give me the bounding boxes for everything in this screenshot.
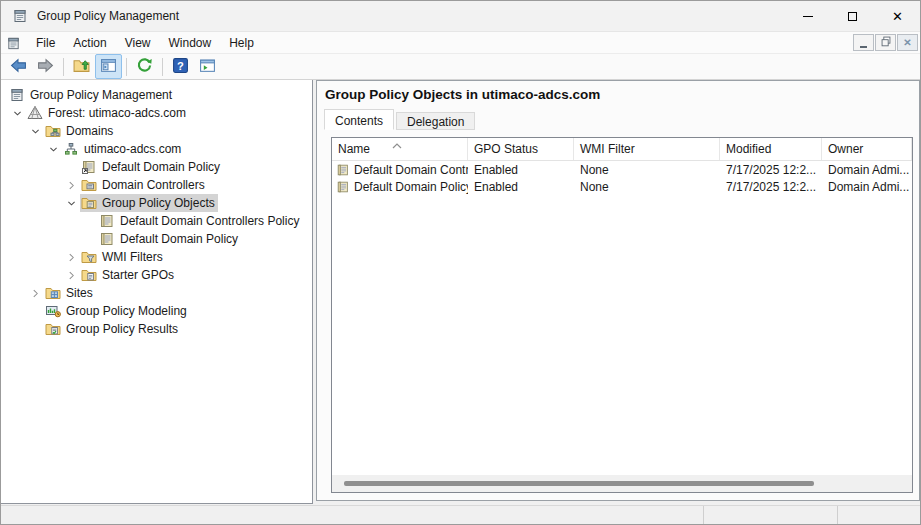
column-header-owner[interactable]: Owner bbox=[822, 138, 912, 160]
cell-gpo-status: Enabled bbox=[468, 180, 574, 194]
toolbar-separator bbox=[126, 58, 127, 76]
tree-item-forest[interactable]: Forest: utimaco-adcs.com bbox=[1, 104, 312, 122]
tree-item-label: Sites bbox=[66, 286, 93, 300]
wmi-folder-icon bbox=[81, 249, 97, 265]
tree-item-domains[interactable]: Domains bbox=[1, 122, 312, 140]
show-console-tree-button[interactable] bbox=[95, 54, 122, 79]
tree-item-group-policy-objects[interactable]: Group Policy Objects bbox=[1, 194, 312, 212]
forward-icon bbox=[37, 57, 54, 77]
tree-item-label: WMI Filters bbox=[102, 250, 163, 264]
column-header-wmi-filter[interactable]: WMI Filter bbox=[574, 138, 720, 160]
cell-wmi-filter: None bbox=[574, 163, 720, 177]
console-tree: Group Policy Management Forest: utimaco-… bbox=[1, 80, 313, 504]
new-window-button[interactable] bbox=[194, 54, 221, 79]
tree-item-starter-gpos[interactable]: Starter GPOs bbox=[1, 266, 312, 284]
chevron-down-icon[interactable] bbox=[45, 141, 62, 157]
tree-item-label: Domain Controllers bbox=[102, 178, 205, 192]
cell-modified: 7/17/2025 12:2... bbox=[720, 180, 822, 194]
gpo-icon bbox=[99, 231, 115, 247]
chevron-right-icon[interactable] bbox=[63, 267, 80, 283]
tree-item-sites[interactable]: Sites bbox=[1, 284, 312, 302]
titlebar: Group Policy Management ✕ bbox=[1, 1, 920, 31]
maximize-icon bbox=[848, 12, 857, 21]
table-row[interactable]: Default Domain Policy Enabled None 7/17/… bbox=[332, 178, 912, 195]
horizontal-scrollbar[interactable] bbox=[332, 475, 912, 492]
gpmc-window: Group Policy Management ✕ File Action Vi… bbox=[0, 0, 921, 525]
menu-action[interactable]: Action bbox=[64, 33, 115, 53]
mdi-restore-icon bbox=[879, 34, 893, 51]
mdi-minimize-icon bbox=[860, 46, 867, 48]
tree-item-domain-controllers[interactable]: Domain Controllers bbox=[1, 176, 312, 194]
tree-item-label: Default Domain Policy bbox=[120, 232, 238, 246]
tree-item-wmi-filters[interactable]: WMI Filters bbox=[1, 248, 312, 266]
table-row[interactable]: Default Domain Controller... Enabled Non… bbox=[332, 161, 912, 178]
scrollbar-thumb[interactable] bbox=[344, 481, 814, 486]
refresh-button[interactable] bbox=[131, 54, 158, 79]
tree-item-default-domain-controllers-policy[interactable]: Default Domain Controllers Policy bbox=[1, 212, 312, 230]
show-console-tree-icon bbox=[100, 57, 117, 77]
tab-contents[interactable]: Contents bbox=[324, 109, 394, 130]
tree-item-domain-utimaco[interactable]: utimaco-adcs.com bbox=[1, 140, 312, 158]
domain-icon bbox=[63, 141, 79, 157]
table-header: Name GPO Status WMI Filter Modified Owne… bbox=[332, 138, 912, 161]
tree-item-group-policy-management[interactable]: Group Policy Management bbox=[1, 86, 312, 104]
gpo-link-icon bbox=[81, 159, 97, 175]
tree-item-label: Forest: utimaco-adcs.com bbox=[48, 106, 186, 120]
maximize-button[interactable] bbox=[830, 1, 875, 31]
close-button[interactable]: ✕ bbox=[875, 1, 920, 31]
menu-file[interactable]: File bbox=[27, 33, 64, 53]
mdi-restore-button[interactable] bbox=[875, 34, 896, 51]
tree-item-label: Group Policy Management bbox=[30, 88, 172, 102]
tree-item-group-policy-modeling[interactable]: Group Policy Modeling bbox=[1, 302, 312, 320]
window-title: Group Policy Management bbox=[37, 9, 179, 23]
column-header-modified[interactable]: Modified bbox=[720, 138, 822, 160]
tree-item-label: Default Domain Controllers Policy bbox=[120, 214, 299, 228]
cell-name: Default Domain Policy bbox=[354, 180, 468, 194]
back-button[interactable] bbox=[5, 54, 32, 79]
cell-wmi-filter: None bbox=[574, 180, 720, 194]
cell-owner: Domain Admi... bbox=[822, 180, 912, 194]
status-section bbox=[703, 506, 837, 524]
sites-folder-icon bbox=[45, 285, 61, 301]
gpmc-icon bbox=[9, 87, 25, 103]
up-one-level-button[interactable] bbox=[68, 54, 95, 79]
chevron-down-icon[interactable] bbox=[27, 123, 44, 139]
toolbar: ? bbox=[1, 53, 920, 80]
new-window-icon bbox=[199, 57, 216, 77]
gpo-folder-icon bbox=[81, 195, 97, 211]
menu-help[interactable]: Help bbox=[220, 33, 263, 53]
tree-item-label: Group Policy Modeling bbox=[66, 304, 187, 318]
domains-folder-icon bbox=[45, 123, 61, 139]
tree-item-default-domain-policy[interactable]: Default Domain Policy bbox=[1, 230, 312, 248]
mdi-minimize-button[interactable] bbox=[853, 34, 874, 51]
minimize-button[interactable] bbox=[785, 1, 830, 31]
menu-view[interactable]: View bbox=[116, 33, 160, 53]
tab-delegation[interactable]: Delegation bbox=[396, 112, 475, 130]
status-section bbox=[1, 506, 703, 524]
close-icon: ✕ bbox=[892, 10, 903, 23]
help-button[interactable]: ? bbox=[167, 54, 194, 79]
chevron-down-icon[interactable] bbox=[9, 105, 26, 121]
tree-item-default-domain-policy-link[interactable]: Default Domain Policy bbox=[1, 158, 312, 176]
menu-window[interactable]: Window bbox=[160, 33, 221, 53]
toolbar-separator bbox=[162, 58, 163, 76]
cell-gpo-status: Enabled bbox=[468, 163, 574, 177]
gpo-icon bbox=[99, 213, 115, 229]
status-section bbox=[837, 506, 920, 524]
help-icon: ? bbox=[172, 57, 189, 77]
chevron-right-icon[interactable] bbox=[63, 177, 80, 193]
chevron-right-icon[interactable] bbox=[27, 285, 44, 301]
minimize-icon bbox=[803, 16, 813, 17]
up-one-level-icon bbox=[73, 57, 90, 77]
forward-button[interactable] bbox=[32, 54, 59, 79]
tree-item-group-policy-results[interactable]: Group Policy Results bbox=[1, 320, 312, 338]
chevron-down-icon[interactable] bbox=[63, 195, 80, 211]
refresh-icon bbox=[136, 57, 153, 77]
back-icon bbox=[10, 57, 27, 77]
tree-item-label: utimaco-adcs.com bbox=[84, 142, 181, 156]
chevron-right-icon[interactable] bbox=[63, 249, 80, 265]
column-header-gpo-status[interactable]: GPO Status bbox=[468, 138, 574, 160]
gpo-icon bbox=[336, 163, 350, 177]
mdi-close-button[interactable]: ✕ bbox=[897, 34, 918, 51]
mdi-close-icon: ✕ bbox=[903, 38, 911, 48]
